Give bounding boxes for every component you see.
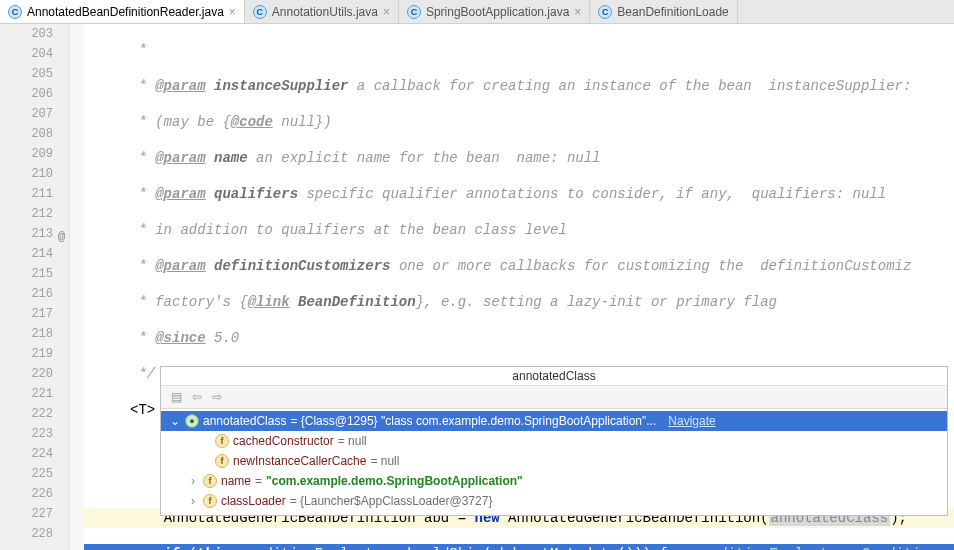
var-name: cachedConstructor [233,434,334,448]
code-line: * @param name an explicit name for the b… [84,148,954,168]
code-line: * @param definitionCustomizers one or mo… [84,256,954,276]
var-value: = {Launcher$AppClassLoader@3727} [290,494,493,508]
popup-toolbar: ▤ ⇦ ⇨ [161,385,947,409]
tree-icon[interactable]: ▤ [171,390,182,404]
tab-file-2[interactable]: C SpringBootApplication.java × [399,0,590,23]
class-icon: C [407,5,421,19]
chevron-down-icon[interactable]: ⌄ [169,414,181,428]
code-line: * (may be {@code null}) [84,112,954,132]
chevron-right-icon[interactable]: › [187,474,199,488]
debug-var-tree[interactable]: ⌄ ● annotatedClass = {Class@1295} "class… [161,409,947,515]
code-line: * @since 5.0 [84,328,954,348]
tab-label: AnnotatedBeanDefinitionReader.java [27,5,224,19]
var-value: = {Class@1295} "class com.example.demo.S… [290,414,656,428]
tab-file-1[interactable]: C AnnotationUtils.java × [245,0,399,23]
code-line-exec: if (this.conditionEvaluator.shouldSkip(a… [84,544,954,550]
tree-item[interactable]: ›f classLoader = {Launcher$AppClassLoade… [161,491,947,511]
code-line: * in addition to qualifiers at the bean … [84,220,954,240]
tab-file-3[interactable]: C BeanDefinitionLoade [590,0,737,23]
icons-column [70,24,84,550]
code-line: * [84,40,954,60]
close-icon[interactable]: × [383,5,390,19]
code-line: * factory's {@link BeanDefinition}, e.g.… [84,292,954,312]
code-line: * @param instanceSupplier a callback for… [84,76,954,96]
var-value: = null [370,454,399,468]
tree-item[interactable]: f newInstanceCallerCache = null [161,451,947,471]
var-name: classLoader [221,494,286,508]
tab-file-0[interactable]: C AnnotatedBeanDefinitionReader.java × [0,0,245,23]
debug-evaluate-popup: annotatedClass ▤ ⇦ ⇨ ⌄ ● annotatedClass … [160,366,948,516]
object-icon: ● [185,414,199,428]
var-value: = null [338,434,367,448]
var-name: annotatedClass [203,414,286,428]
close-icon[interactable]: × [229,5,236,19]
navigate-link[interactable]: Navigate [668,414,715,428]
field-icon: f [203,474,217,488]
tree-root[interactable]: ⌄ ● annotatedClass = {Class@1295} "class… [161,411,947,431]
line-gutter[interactable]: 203204205 206207208 209210211 212 213@ 2… [0,24,70,550]
tree-item[interactable]: ›f name = "com.example.demo.SpringBootAp… [161,471,947,491]
var-name: name [221,474,251,488]
var-eq: = [255,474,262,488]
class-icon: C [598,5,612,19]
chevron-right-icon[interactable]: › [187,494,199,508]
tab-label: AnnotationUtils.java [272,5,378,19]
var-strong: "com.example.demo.SpringBootApplication" [266,474,523,488]
close-icon[interactable]: × [574,5,581,19]
tab-label: BeanDefinitionLoade [617,5,728,19]
field-icon: f [215,434,229,448]
field-icon: f [203,494,217,508]
var-name: newInstanceCallerCache [233,454,366,468]
forward-icon[interactable]: ⇨ [212,390,222,404]
editor-tabs: C AnnotatedBeanDefinitionReader.java × C… [0,0,954,24]
popup-title: annotatedClass [161,367,947,385]
back-icon[interactable]: ⇦ [192,390,202,404]
class-icon: C [253,5,267,19]
class-icon: C [8,5,22,19]
tree-item[interactable]: f cachedConstructor = null [161,431,947,451]
breakpoint-icon[interactable]: @ [58,227,65,247]
tab-label: SpringBootApplication.java [426,5,569,19]
field-icon: f [215,454,229,468]
code-line: * @param qualifiers specific qualifier a… [84,184,954,204]
